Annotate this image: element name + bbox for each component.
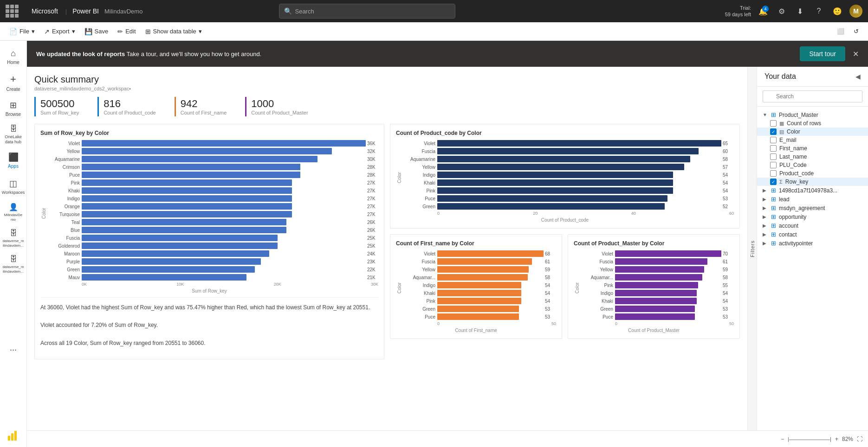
bar-violet-3: Violet68 [403,250,556,257]
tree-label-contact: contact [779,231,797,238]
tree-opportunity[interactable]: ▶ ⊞ opportunity [757,212,868,221]
sidebar-item-home-label: Home [7,60,19,65]
chart3-y-label: Color [396,250,403,326]
chart4-bars: Violet70 Fuscia61 Yellow59 Aquamar...58 … [581,250,734,326]
tree-plu-code[interactable]: PLU_Code [757,161,868,169]
tree-account[interactable]: ▶ ⊞ account [757,221,868,230]
search-icon: 🔍 [284,7,292,15]
tree-label-1498: 1498cd1a7f104978a3... [779,187,837,194]
sidebar-item-more[interactable]: ··· [1,338,26,362]
checkbox-product-code[interactable] [770,170,777,177]
sidebar-item-dataverse2[interactable]: 🗄 dataverse_m ilindavdem... [1,252,26,276]
vertical-filter-bar[interactable]: Filters [747,67,757,430]
tree-lead[interactable]: ▶ ⊞ lead [757,195,868,204]
save-button[interactable]: 💾 Save [81,26,112,37]
chart4-x-ticks: 0 50 [581,321,734,326]
refresh-button[interactable]: ↺ [850,26,862,37]
chart-row-key-color: Sum of Row_key by Color Color Violet36K … [34,124,384,359]
tree-contact[interactable]: ▶ ⊞ contact [757,230,868,239]
chevron-right-icon-opportunity: ▶ [763,214,768,219]
qs-metric-label-product-code: Count of Product_code [104,110,156,115]
close-banner-button[interactable]: ✕ [853,50,859,58]
file-button[interactable]: 📄 File ▾ [6,26,39,37]
filters-search-input[interactable] [763,90,862,102]
global-search-input[interactable] [295,8,450,15]
collapse-filters-icon[interactable]: ◀ [855,73,861,80]
tree-first-name[interactable]: First_name [757,144,868,153]
home-icon: ⌂ [11,49,16,58]
checkbox-color[interactable]: ✓ [770,128,777,135]
bar-crimson-1: Crimson28K [47,164,378,170]
bar-purple-1: Purple23K [47,258,378,265]
sidebar-item-browse[interactable]: ⊞ Browse [1,96,26,121]
sidebar-item-dataverse1[interactable]: 🗄 dataverse_m ilindavdem... [1,226,26,250]
table-icon-1498: ⊞ [771,187,776,194]
table-icon-contact: ⊞ [771,231,776,238]
help-icon[interactable]: ? [812,5,825,18]
checkbox-last-name[interactable] [770,153,777,160]
checkbox-plu-code[interactable] [770,162,777,168]
bar-orange-1: Orange27K [47,203,378,210]
tree-msdyn-agreement[interactable]: ▶ ⊞ msdyn_agreement [757,204,868,212]
export-icon: ↗ [44,28,50,35]
tree-product-code[interactable]: Product_code [757,169,868,178]
sidebar-item-onelake-label: OneLake data hub [1,134,26,145]
more-icon: ··· [10,345,17,355]
settings-icon[interactable]: ⚙ [775,5,788,18]
checkbox-first-name[interactable] [770,145,777,152]
tree-last-name[interactable]: Last_name [757,153,868,161]
bar-green-2: Green52 [403,203,734,210]
banner-text: We updated the look of reports Take a to… [36,51,261,57]
window-button[interactable]: ⬜ [833,26,848,37]
start-tour-button[interactable]: Start tour [800,46,845,61]
bar-pink-1: Pink27K [47,179,378,186]
user-avatar[interactable]: M [849,5,862,18]
bar-puce-4: Puce53 [581,313,734,320]
workspaces-icon: ◫ [9,179,17,189]
table-icon-msdyn: ⊞ [771,204,776,211]
feedback-icon[interactable]: 🙂 [831,5,844,18]
tree-label-plu-code: PLU_Code [779,162,807,168]
qs-metric-value-product-code: 816 [104,98,156,110]
notifications-icon[interactable]: 🔔 4 [757,5,770,18]
bar-indigo-4: Indigo54 [581,290,734,296]
apps-grid-icon[interactable] [6,5,19,18]
show-data-button[interactable]: ⊞ Show data table ▾ [142,26,206,37]
filters-header: Your data ◀ [757,67,868,87]
expand-icon[interactable]: ⛶ [857,436,862,442]
tree-color[interactable]: ✓ ▤ Color [757,128,868,136]
avatar-image: M [849,5,862,18]
tree-product-master[interactable]: ▼ ⊞ Product_Master [757,110,868,119]
tree-row-key[interactable]: ✓ Σ Row_key [757,178,868,186]
sidebar-item-create[interactable]: + Create [1,70,26,95]
sidebar-item-home[interactable]: ⌂ Home [1,45,26,69]
tree-count-of-rows[interactable]: ▦ Count of rows [757,119,868,128]
checkbox-count-rows[interactable] [770,120,777,127]
checkbox-email[interactable] [770,137,777,143]
export-button[interactable]: ↗ Export ▾ [40,26,79,37]
table-icon-small: ▦ [779,121,784,127]
brand-microsoft: Microsoft [32,7,58,15]
chart4-x-label: Count of Product_Master [574,328,734,333]
sidebar-item-onelake[interactable]: 🗄 OneLake data hub [1,122,26,147]
browse-icon: ⊞ [10,100,17,110]
sidebar-item-apps[interactable]: ⬛ Apps [1,148,26,172]
bar-violet-1: Violet36K [47,140,378,147]
sidebar-item-milindav[interactable]: 👤 MilindavDe mo [1,200,26,224]
tree-1498[interactable]: ▶ ⊞ 1498cd1a7f104978a3... [757,186,868,195]
tree-label-email: E_mail [779,137,797,143]
zoom-in-button[interactable]: + [835,436,838,442]
download-icon[interactable]: ⬇ [794,5,807,18]
bar-puce-2: Puce53 [403,195,734,202]
chart1-y-label: Color [40,140,47,287]
chart1-summary: At 36060, Violet had the highest Sum of … [40,297,378,353]
global-search-bar[interactable]: 🔍 [279,4,455,19]
edit-button[interactable]: ✏ Edit [114,26,139,37]
chart-first-name-color: Count of First_name by Color Color Viole… [390,234,562,339]
zoom-out-button[interactable]: − [781,436,784,442]
tree-activitypointer[interactable]: ▶ ⊞ activitypointer [757,239,868,248]
sidebar-item-workspaces[interactable]: ◫ Workspaces [1,174,26,198]
checkbox-row-key[interactable]: ✓ [770,179,777,185]
tree-email[interactable]: E_mail [757,136,868,144]
brand-demo: MilindavDemo [104,8,143,15]
